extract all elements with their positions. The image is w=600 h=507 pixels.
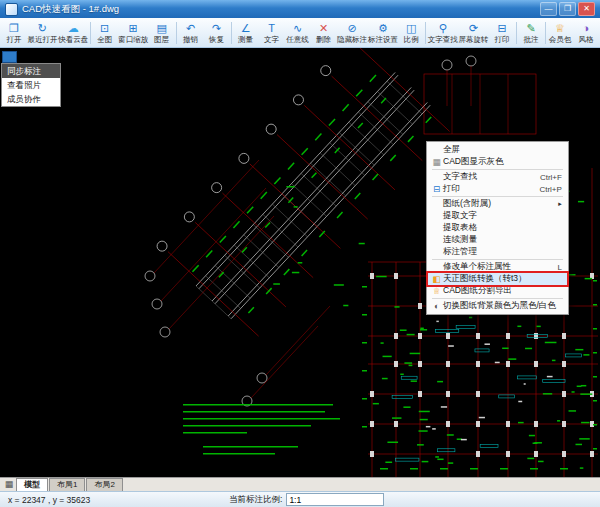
minimize-icon[interactable]: — — [540, 2, 557, 16]
menu-shortcut: L — [557, 263, 561, 272]
menu-shortcut: Ctrl+F — [540, 173, 562, 182]
context-menu-item-label: 标注管理 — [443, 246, 562, 258]
toolbar-open-file-button[interactable]: ❐打开 — [1, 19, 27, 47]
context-menu-separator — [432, 259, 563, 260]
context-menu-item-label: 打印 — [443, 183, 539, 195]
toolbar-fit-view-button[interactable]: ⊡全图 — [92, 19, 118, 47]
context-menu-separator — [432, 169, 563, 170]
context-menu-item-6[interactable]: 图纸(含附属)▸ — [428, 198, 567, 210]
toolbar-measure-button[interactable]: ∠测量 — [233, 19, 259, 47]
window-zoom-icon: ⊞ — [129, 22, 138, 35]
toolbar-item-label: 删除 — [316, 35, 331, 44]
style-icon: ◑ — [583, 22, 590, 35]
context-menu-item-13[interactable]: ◧天正图纸转换（转t3） — [428, 273, 567, 285]
main-toolbar: ❐打开↻最近打开☁快看云盘⊡全图⊞窗口缩放▤图层↶撤销↷恢复∠测量T文字∿任意线… — [0, 18, 600, 48]
sync-panel-button[interactable] — [2, 51, 17, 63]
context-menu-item-9[interactable]: 连续测量 — [428, 234, 567, 246]
context-menu-item-10[interactable]: 标注管理 — [428, 246, 567, 258]
comment-icon: ✎ — [526, 22, 535, 35]
toolbar-window-zoom-button[interactable]: ⊞窗口缩放 — [118, 19, 149, 47]
toolbar-undo-button[interactable]: ↶撤销 — [178, 19, 204, 47]
toolbar-item-label: 图层 — [154, 35, 169, 44]
context-menu-item-label: 文字查找 — [443, 171, 540, 183]
markup-settings-icon: ⚙ — [378, 22, 388, 35]
vip-feature-icon: ♕ — [430, 286, 443, 296]
toolbar-delete-button[interactable]: ✕删除 — [311, 19, 337, 47]
hide-markup-icon: ⊘ — [347, 22, 356, 35]
toolbar-redo-button[interactable]: ↷恢复 — [204, 19, 230, 47]
delete-icon: ✕ — [319, 22, 328, 35]
toolbar-style-button[interactable]: ◑风格 — [573, 19, 599, 47]
toolbar-recent-files-button[interactable]: ↻最近打开 — [27, 19, 58, 47]
toolbar-vip-package-button[interactable]: ♕会员包 — [547, 19, 573, 47]
markup-popup-menu: 同步标注查看照片成员协作 — [1, 63, 61, 107]
sheet-grid-icon[interactable]: ▦ — [2, 478, 16, 491]
toolbar-hide-markup-button[interactable]: ⊘隐藏标注 — [337, 19, 368, 47]
left-menu-item-1[interactable]: 查看照片 — [2, 78, 60, 92]
toolbar-print-button[interactable]: ⊟打印 — [489, 19, 515, 47]
context-menu-item-0[interactable]: 全屏 — [428, 144, 567, 156]
print-icon: ⊟ — [430, 184, 443, 194]
toolbar-item-label: 任意线 — [286, 35, 309, 44]
toolbar-comment-button[interactable]: ✎批注 — [518, 19, 544, 47]
toolbar-item-label: 最近打开 — [27, 35, 57, 44]
annotation-scale-input[interactable] — [286, 493, 384, 506]
text-icon: T — [268, 22, 275, 35]
undo-icon: ↶ — [186, 22, 195, 35]
toolbar-markup-settings-button[interactable]: ⚙标注设置 — [367, 19, 398, 47]
context-menu-item-7[interactable]: 提取文字 — [428, 210, 567, 222]
sheet-tab-layout2[interactable]: 布局2 — [86, 478, 122, 491]
context-menu-separator — [432, 196, 563, 197]
status-bar: x = 22347 , y = 35623 当前标注比例: — [0, 491, 600, 507]
sheet-tab-bar: ▦ 模型布局1布局2 — [0, 477, 600, 491]
sheet-tab-layout1[interactable]: 布局1 — [49, 478, 85, 491]
context-menu-item-1[interactable]: ▦CAD图显示灰色 — [428, 156, 567, 168]
toolbar-layers-button[interactable]: ▤图层 — [149, 19, 175, 47]
cursor-coordinates: x = 22347 , y = 35623 — [8, 495, 168, 505]
toolbar-item-label: 文字查找 — [428, 35, 458, 44]
toolbar-item-label: 风格 — [579, 35, 594, 44]
context-menu-item-3[interactable]: 文字查找Ctrl+F — [428, 171, 567, 183]
toolbar-freehand-line-button[interactable]: ∿任意线 — [285, 19, 311, 47]
context-menu-item-16[interactable]: ◐切换图纸背景颜色为黑色/白色 — [428, 300, 567, 312]
context-menu-item-label: 天正图纸转换（转t3） — [443, 273, 562, 285]
toolbar-separator — [545, 22, 546, 44]
context-menu-item-4[interactable]: ⊟打印Ctrl+P — [428, 183, 567, 195]
toolbar-item-label: 批注 — [524, 35, 539, 44]
context-menu-item-label: 全屏 — [443, 144, 562, 156]
toolbar-text-search-button[interactable]: ⚲文字查找 — [427, 19, 458, 47]
left-menu-item-0[interactable]: 同步标注 — [2, 64, 60, 78]
toolbar-item-label: 隐藏标注 — [337, 35, 367, 44]
context-menu-item-label: 连续测量 — [443, 234, 562, 246]
toolbar-item-label: 窗口缩放 — [118, 35, 148, 44]
context-menu: 全屏▦CAD图显示灰色文字查找Ctrl+F⊟打印Ctrl+P图纸(含附属)▸提取… — [426, 141, 569, 315]
left-menu-item-2[interactable]: 成员协作 — [2, 92, 60, 106]
recent-files-icon: ↻ — [38, 22, 47, 35]
layers-icon: ▤ — [156, 22, 166, 35]
toolbar-scale-button[interactable]: ◫比例 — [398, 19, 424, 47]
cloud-drive-icon: ☁ — [68, 22, 79, 35]
context-menu-item-14[interactable]: ♕CAD图纸分割导出 — [428, 285, 567, 297]
close-icon[interactable]: ✕ — [578, 2, 595, 16]
toolbar-item-label: 恢复 — [209, 35, 224, 44]
toolbar-item-label: 快看云盘 — [58, 35, 88, 44]
scale-icon: ◫ — [406, 22, 416, 35]
redo-icon: ↷ — [212, 22, 221, 35]
toolbar-text-button[interactable]: T文字 — [259, 19, 285, 47]
window-title: CAD快速看图 - 1#.dwg — [22, 3, 536, 16]
print-icon: ⊟ — [497, 22, 506, 35]
toolbar-cloud-drive-button[interactable]: ☁快看云盘 — [58, 19, 89, 47]
toolbar-item-label: 文字 — [264, 35, 279, 44]
context-menu-item-label: 图纸(含附属) — [443, 198, 555, 210]
toolbar-separator — [176, 22, 177, 44]
context-menu-item-label: 切换图纸背景颜色为黑色/白色 — [443, 300, 562, 312]
sheet-tab-model[interactable]: 模型 — [16, 478, 48, 491]
context-menu-item-8[interactable]: 提取表格 — [428, 222, 567, 234]
toolbar-item-label: 会员包 — [549, 35, 572, 44]
context-menu-item-label: 提取文字 — [443, 210, 562, 222]
toolbar-screen-rotate-button[interactable]: ⟳屏幕旋转 — [458, 19, 489, 47]
context-menu-item-12[interactable]: 修改单个标注属性L — [428, 261, 567, 273]
background-toggle-icon: ◐ — [430, 301, 443, 311]
context-menu-item-label: 提取表格 — [443, 222, 562, 234]
maximize-icon[interactable]: ❐ — [559, 2, 576, 16]
